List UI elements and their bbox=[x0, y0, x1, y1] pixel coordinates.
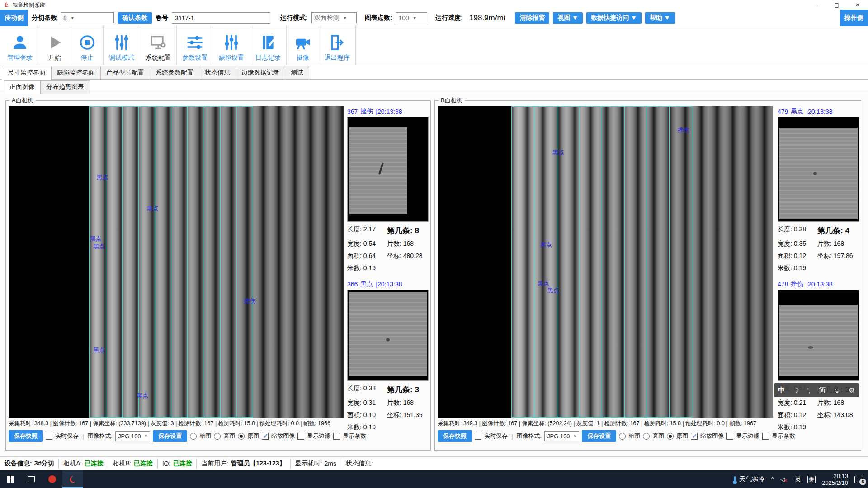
ime-settings-button[interactable]: ⚙ bbox=[849, 386, 854, 394]
io-connection: 已连接 bbox=[173, 460, 192, 468]
ime-fullwidth-icon[interactable]: ☽ bbox=[793, 386, 799, 394]
drive-side-button[interactable]: 传动侧 bbox=[0, 10, 28, 26]
defect-header: 367挫伤|20:13:38 bbox=[347, 106, 429, 117]
defect-marker-label: 黑点 bbox=[147, 205, 159, 213]
defect-thumbnail bbox=[778, 290, 859, 381]
camera-b-title: B面相机 bbox=[439, 96, 465, 104]
maximize-button[interactable]: ▢ bbox=[826, 0, 847, 10]
tab-5[interactable]: 边缘数据记录 bbox=[236, 66, 285, 79]
show-strips-checkbox[interactable] bbox=[762, 433, 769, 440]
taskbar-clock[interactable]: 20:132025/2/10 bbox=[822, 473, 848, 486]
defect-card[interactable]: 366黑点|20:13:38 长度: 0.38 第几条: 3 宽度: 0.31 … bbox=[347, 279, 429, 432]
ribbon-user-button[interactable]: 管理登录 bbox=[2, 26, 38, 65]
run-mode-label: 运行模式: bbox=[280, 14, 308, 22]
help-menu-button[interactable]: 帮助 ▼ bbox=[645, 12, 675, 24]
start-button[interactable] bbox=[0, 470, 21, 488]
tab-1[interactable]: 缺陷监控界面 bbox=[51, 66, 101, 79]
content-area: A面相机 黑点黑点黑点黑点挫伤黑点黑点 367挫伤|20:13:38 长度: 2… bbox=[0, 94, 868, 456]
data-access-menu-button[interactable]: 数据快捷访问 ▼ bbox=[586, 12, 642, 24]
save-settings-button[interactable]: 保存设置 bbox=[153, 430, 187, 442]
chart-points-select[interactable]: 100▼ bbox=[396, 12, 427, 23]
save-snapshot-button[interactable]: 保存快照 bbox=[438, 430, 472, 442]
tab-2[interactable]: 产品型号配置 bbox=[100, 66, 150, 79]
camera-b-status-line: 采集耗时: 349.3 | 图像计数: 167 | 像素坐标: (5202,24… bbox=[438, 420, 773, 427]
status-bar: 设备信息:3#分切 相机A:已连接 相机B:已连接 IO:已连接 当前用户:管理… bbox=[0, 456, 868, 470]
ime-language-bar: 中 ☽ ’, 简 ☺ ⚙ bbox=[774, 383, 859, 397]
realtime-save-checkbox[interactable] bbox=[475, 433, 481, 440]
titlebar: 视觉检测系统 – ▢ ✕ bbox=[0, 0, 868, 10]
save-snapshot-button[interactable]: 保存快照 bbox=[9, 430, 43, 442]
defect-card[interactable]: 367挫伤|20:13:38 长度: 2.17 第几条: 8 宽度: 0.54 … bbox=[347, 106, 429, 272]
dark-image-radio[interactable] bbox=[619, 433, 626, 440]
show-edge-checkbox[interactable] bbox=[297, 433, 304, 440]
system-tray: 天气寒冷 ^ ◁✕ 英 拼 20:132025/2/10 6 bbox=[734, 473, 868, 486]
defect-card[interactable]: 478挫伤|20:13:38 长度: 0.57 第几条: 3 宽度: 0.21 … bbox=[778, 279, 859, 432]
volume-muted-icon[interactable]: ◁✕ bbox=[780, 476, 788, 483]
vision-app-taskbar-button[interactable] bbox=[62, 470, 83, 488]
ribbon-monitor-gear-button[interactable]: 系统配置 bbox=[140, 26, 177, 65]
confirm-count-button[interactable]: 确认条数 bbox=[118, 12, 152, 24]
log-icon bbox=[259, 33, 277, 52]
red-app-icon bbox=[48, 475, 56, 483]
camera-b-connection: 已连接 bbox=[134, 460, 153, 468]
view-menu-button[interactable]: 视图 ▼ bbox=[553, 12, 583, 24]
ribbon-param-sliders-button[interactable]: 参数设置 bbox=[177, 26, 213, 65]
ribbon-exit-button[interactable]: 退出程序 bbox=[319, 26, 356, 65]
display-time: 2ms bbox=[325, 460, 336, 467]
original-image-radio[interactable] bbox=[238, 433, 245, 440]
bright-image-radio[interactable] bbox=[214, 433, 221, 440]
image-format-select[interactable]: JPG 100∨ bbox=[115, 431, 150, 441]
ime-mode-button[interactable]: 中 bbox=[778, 386, 785, 394]
tab-4[interactable]: 状态信息 bbox=[199, 66, 236, 79]
tab-6[interactable]: 测试 bbox=[285, 66, 309, 79]
tab-0[interactable]: 尺寸监控界面 bbox=[2, 66, 52, 80]
tab-3[interactable]: 系统参数配置 bbox=[150, 66, 199, 79]
ribbon-log-button[interactable]: 日志记录 bbox=[250, 26, 287, 65]
ribbon-debug-sliders-button[interactable]: 调试模式 bbox=[104, 26, 140, 65]
zoom-image-checkbox[interactable] bbox=[262, 433, 269, 440]
show-strips-checkbox[interactable] bbox=[333, 433, 340, 440]
save-settings-button[interactable]: 保存设置 bbox=[582, 430, 616, 442]
camera-a-image: 黑点黑点黑点黑点挫伤黑点黑点 bbox=[9, 106, 344, 418]
vision-app-icon bbox=[68, 475, 77, 484]
ribbon-stop-button[interactable]: 停止 bbox=[71, 26, 104, 65]
ribbon-defect-sliders-button[interactable]: 缺陷设置 bbox=[213, 26, 250, 65]
operator-side-button[interactable]: 操作侧 bbox=[840, 10, 868, 26]
ime-emoji-button[interactable]: ☺ bbox=[834, 386, 840, 394]
close-button[interactable]: ✕ bbox=[847, 0, 868, 10]
realtime-save-checkbox[interactable] bbox=[46, 433, 52, 440]
camera-a-defect-list: 367挫伤|20:13:38 长度: 2.17 第几条: 8 宽度: 0.54 … bbox=[347, 106, 429, 441]
ime-charset-button[interactable]: 简 bbox=[819, 386, 826, 394]
subtab-1[interactable]: 分布趋势图表 bbox=[40, 80, 90, 94]
red-app-taskbar-button[interactable] bbox=[42, 470, 62, 488]
defect-marker-label: 黑点 bbox=[540, 241, 552, 249]
original-image-radio[interactable] bbox=[667, 433, 674, 440]
task-view-button[interactable] bbox=[21, 470, 42, 488]
weather-text: 天气寒冷 bbox=[739, 475, 764, 483]
slit-count-select[interactable]: 8▼ bbox=[61, 12, 114, 23]
tray-expand-button[interactable]: ^ bbox=[771, 476, 774, 483]
camera-icon bbox=[294, 33, 312, 52]
bright-image-radio[interactable] bbox=[643, 433, 650, 440]
ribbon-camera-button[interactable]: 摄像 bbox=[287, 26, 319, 65]
language-indicator[interactable]: 英 bbox=[795, 475, 801, 483]
clear-alarm-button[interactable]: 清除报警 bbox=[515, 12, 549, 24]
main-toolbar: 传动侧 分切条数 8▼ 确认条数 卷号 运行模式: 双面检测▼ 图表点数: 10… bbox=[0, 10, 868, 26]
image-format-select[interactable]: JPG 100∨ bbox=[544, 431, 579, 441]
window-title: 视觉检测系统 bbox=[13, 1, 45, 9]
run-mode-select[interactable]: 双面检测▼ bbox=[311, 12, 357, 23]
notification-badge: 6 bbox=[859, 479, 866, 485]
notification-center-button[interactable]: 6 bbox=[854, 476, 863, 483]
dark-image-radio[interactable] bbox=[190, 433, 197, 440]
zoom-image-checkbox[interactable] bbox=[691, 433, 698, 440]
subtab-0[interactable]: 正面图像 bbox=[4, 80, 41, 94]
show-edge-checkbox[interactable] bbox=[726, 433, 733, 440]
ribbon-play-button[interactable]: 开始 bbox=[38, 26, 71, 65]
defect-card[interactable]: 479黑点|20:13:38 长度: 0.38 第几条: 4 宽度: 0.35 … bbox=[778, 106, 859, 272]
roll-number-input[interactable] bbox=[172, 12, 270, 24]
ime-indicator[interactable]: 拼 bbox=[807, 476, 816, 483]
minimize-button[interactable]: – bbox=[806, 0, 826, 10]
ime-punctuation-button[interactable]: ’, bbox=[807, 386, 811, 394]
weather-tray-item[interactable]: 天气寒冷 bbox=[734, 475, 764, 483]
app-window: 视觉检测系统 – ▢ ✕ 传动侧 分切条数 8▼ 确认条数 卷号 运行模式: 双… bbox=[0, 0, 868, 488]
